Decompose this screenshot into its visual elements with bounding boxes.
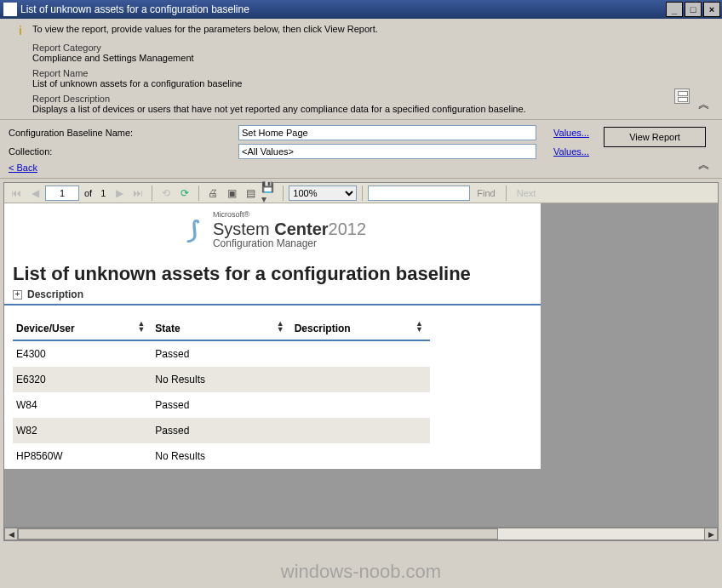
baseline-values-link[interactable]: Values... xyxy=(553,128,589,138)
back-nav-button[interactable]: ⟲ xyxy=(158,185,175,202)
cell-state: Passed xyxy=(152,392,290,418)
find-input[interactable] xyxy=(368,186,470,201)
collection-values-link[interactable]: Values... xyxy=(553,146,589,157)
logo-center-label: Center xyxy=(274,220,328,238)
table-row: E6320 No Results xyxy=(13,367,430,392)
layout-icon[interactable] xyxy=(674,88,690,104)
minimize-button[interactable]: _ xyxy=(666,2,683,17)
info-icon: i xyxy=(14,24,27,37)
category-value: Compliance and Settings Management xyxy=(32,53,713,63)
cell-device: W84 xyxy=(13,392,152,418)
expand-description-button[interactable]: + xyxy=(13,290,22,300)
col-state[interactable]: State ▲▼ xyxy=(152,317,290,340)
report-desc-value: Displays a list of devices or users that… xyxy=(32,104,713,114)
cell-state: No Results xyxy=(152,443,290,469)
maximize-button[interactable]: □ xyxy=(685,2,702,17)
close-button[interactable]: × xyxy=(703,2,720,17)
cell-state: Passed xyxy=(152,418,290,443)
scroll-right-button[interactable]: ▶ xyxy=(704,528,718,540)
scroll-track[interactable] xyxy=(18,528,704,540)
report-header-pane: i To view the report, provide values for… xyxy=(0,19,722,120)
report-viewer: ⏮ ◀ of 1 ▶ ⏭ ⟲ ⟳ 🖨 ▣ ▤ 💾▾ 100% Find Next… xyxy=(3,182,719,541)
report-logo-header: ⟆ Microsoft® System Center2012 Configura… xyxy=(4,203,541,258)
cell-device: E6320 xyxy=(13,367,152,392)
cell-state: No Results xyxy=(152,367,290,392)
system-center-swirl-icon: ⟆ xyxy=(179,217,206,244)
print-layout-button[interactable]: ▣ xyxy=(223,185,240,202)
info-text: To view the report, provide values for t… xyxy=(32,24,378,34)
zoom-select[interactable]: 100% xyxy=(289,186,357,201)
report-title: List of unknown assets for a configurati… xyxy=(13,263,471,285)
collapse-header-icon[interactable]: ︽ xyxy=(698,97,710,112)
current-page-input[interactable] xyxy=(45,186,79,201)
logo-system-label: System xyxy=(213,220,270,238)
scroll-thumb[interactable] xyxy=(18,528,498,539)
cell-device: HP8560W xyxy=(13,443,152,469)
prev-page-button[interactable]: ◀ xyxy=(26,185,43,202)
logo-year-label: 2012 xyxy=(329,220,367,238)
viewer-toolbar: ⏮ ◀ of 1 ▶ ⏭ ⟲ ⟳ 🖨 ▣ ▤ 💾▾ 100% Find Next xyxy=(4,183,718,203)
window-title: List of unknown assets for a configurati… xyxy=(20,3,249,15)
parameters-pane: Configuration Baseline Name: Values... C… xyxy=(0,120,722,179)
stop-button[interactable]: ⟳ xyxy=(176,185,193,202)
collection-label: Collection: xyxy=(9,146,238,157)
scroll-left-button[interactable]: ◀ xyxy=(4,528,18,540)
category-label: Report Category xyxy=(32,43,713,53)
baseline-label: Configuration Baseline Name: xyxy=(9,128,238,138)
description-section-label: Description xyxy=(27,288,83,300)
logo-microsoft-label: Microsoft® xyxy=(213,211,366,220)
cell-state: Passed xyxy=(152,340,290,367)
page-setup-button[interactable]: ▤ xyxy=(242,185,259,202)
last-page-button[interactable]: ⏭ xyxy=(129,185,146,202)
table-row: E4300 Passed xyxy=(13,340,430,367)
table-row: HP8560W No Results xyxy=(13,443,430,469)
col-description[interactable]: Description ▲▼ xyxy=(291,317,430,340)
title-bar: List of unknown assets for a configurati… xyxy=(0,0,722,19)
back-link[interactable]: < Back xyxy=(9,163,37,173)
cell-desc xyxy=(291,418,430,443)
watermark-text: windows-noob.com xyxy=(0,561,722,583)
cell-desc xyxy=(291,392,430,418)
cell-device: W82 xyxy=(13,418,152,443)
sort-icon: ▲▼ xyxy=(415,321,423,333)
report-page: ⟆ Microsoft® System Center2012 Configura… xyxy=(4,203,541,469)
export-button[interactable]: 💾▾ xyxy=(261,185,278,202)
cell-device: E4300 xyxy=(13,340,152,367)
table-row: W84 Passed xyxy=(13,392,430,418)
logo-subtitle-label: Configuration Manager xyxy=(213,238,366,249)
cell-desc xyxy=(291,443,430,469)
report-desc-label: Report Description xyxy=(32,94,713,104)
page-of-label: of xyxy=(81,188,95,198)
report-name-value: List of unknown assets for a configurati… xyxy=(32,78,713,88)
collection-input[interactable] xyxy=(238,144,536,159)
cell-desc xyxy=(291,367,430,392)
next-page-button[interactable]: ▶ xyxy=(111,185,128,202)
sort-icon: ▲▼ xyxy=(137,321,145,333)
cell-desc xyxy=(291,340,430,367)
report-name-label: Report Name xyxy=(32,68,713,78)
collapse-params-icon[interactable]: ︽ xyxy=(698,157,710,173)
view-report-button[interactable]: View Report xyxy=(604,127,706,147)
print-button[interactable]: 🖨 xyxy=(204,185,221,202)
sort-icon: ▲▼ xyxy=(277,321,284,333)
viewer-body[interactable]: ⟆ Microsoft® System Center2012 Configura… xyxy=(4,203,718,527)
first-page-button[interactable]: ⏮ xyxy=(8,185,25,202)
baseline-input[interactable] xyxy=(238,125,536,140)
results-table: Device/User ▲▼ State ▲▼ Description ▲▼ xyxy=(13,317,430,469)
find-next-link[interactable]: Next xyxy=(512,188,542,198)
window-icon xyxy=(3,3,17,16)
page-total-label: 1 xyxy=(97,188,109,198)
table-row: W82 Passed xyxy=(13,418,430,443)
col-device-user[interactable]: Device/User ▲▼ xyxy=(13,317,152,340)
find-link[interactable]: Find xyxy=(472,188,500,198)
horizontal-scrollbar[interactable]: ◀ ▶ xyxy=(4,527,718,540)
